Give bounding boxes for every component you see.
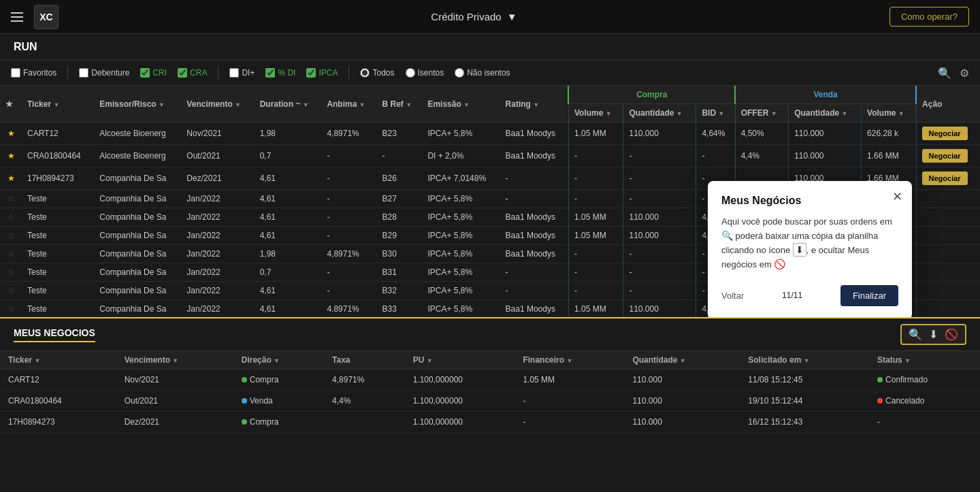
popup-back-button[interactable]: Voltar — [721, 291, 744, 301]
bcol-direcao[interactable]: Direção ▼ — [233, 351, 324, 370]
bcol-status[interactable]: Status ▼ — [869, 351, 980, 370]
volume-venda-cell: 626.28 k — [862, 122, 917, 145]
bstatus-cell: Cancelado — [869, 391, 980, 412]
cri-checkbox[interactable] — [140, 68, 150, 78]
star-cell[interactable]: ★ — [0, 122, 22, 145]
negociar-button[interactable]: Negociar — [922, 127, 968, 140]
star-cell[interactable]: ☆ — [0, 227, 22, 245]
emissao-cell: IPCA+ 5,8% — [422, 263, 500, 282]
bref-cell: B26 — [376, 167, 422, 190]
bcol-ticker[interactable]: Ticker ▼ — [0, 351, 116, 370]
star-cell[interactable]: ★ — [0, 145, 22, 167]
quant-compra-cell: 110.000 — [623, 122, 696, 145]
bquantidade-cell: 110.000 — [624, 391, 740, 412]
favoritos-checkbox[interactable] — [11, 68, 20, 78]
bsolicitado-cell: 11/08 15:12:45 — [740, 370, 869, 391]
negociar-button[interactable]: Negociar — [922, 149, 968, 163]
bottom-download-icon[interactable]: ⬇ — [929, 328, 938, 341]
isentos-radio[interactable] — [406, 68, 415, 78]
bcol-quantidade[interactable]: Quantidade ▼ — [624, 351, 740, 370]
di-checkbox[interactable] — [229, 68, 239, 78]
ipca-checkbox[interactable] — [306, 68, 316, 78]
rating-cell: Baa1 Moodys — [500, 245, 569, 263]
bcol-vencimento[interactable]: Vencimento ▼ — [116, 351, 233, 370]
filter-isentos[interactable]: Isentos — [406, 68, 444, 78]
bcol-solicitado[interactable]: Solicitado em ▼ — [740, 351, 869, 370]
filter-nao-isentos[interactable]: Não isentos — [455, 68, 510, 78]
bref-cell: B31 — [376, 263, 422, 282]
popup-finalizar-button[interactable]: Finalizar — [840, 285, 898, 306]
offer-cell: 4,4% — [735, 145, 788, 167]
col-ticker[interactable]: Ticker ▼ — [22, 86, 94, 122]
duration-cell: 0,7 — [255, 145, 322, 167]
cra-checkbox[interactable] — [178, 68, 187, 78]
col-star[interactable]: ★ — [0, 86, 22, 122]
debenture-checkbox[interactable] — [79, 68, 88, 78]
filter-favoritos[interactable]: Favoritos — [11, 68, 56, 78]
bid-cell: - — [696, 145, 735, 167]
bref-cell: - — [376, 145, 422, 167]
settings-icon[interactable]: ⚙ — [960, 67, 969, 80]
star-cell[interactable]: ☆ — [0, 208, 22, 227]
bcol-financeiro[interactable]: Financeiro ▼ — [514, 351, 624, 370]
emissor-cell: Companhia De Sa — [94, 282, 181, 300]
col-emissor[interactable]: Emissor/Risco ▼ — [94, 86, 181, 122]
col-volume-compra[interactable]: Volume ▼ — [568, 104, 623, 122]
col-duration[interactable]: Duration ~ ▼ — [255, 86, 322, 122]
col-bid[interactable]: BID ▼ — [696, 104, 735, 122]
col-offer[interactable]: OFFER ▼ — [735, 104, 788, 122]
emissao-cell: IPCA+ 5,8% — [422, 282, 500, 300]
dropdown-arrow-icon[interactable]: ▼ — [507, 11, 517, 22]
bottom-hide-icon[interactable]: 🚫 — [945, 328, 958, 341]
filter-divider-3 — [348, 66, 349, 80]
bcol-pu[interactable]: PU ▼ — [405, 351, 515, 370]
star-cell[interactable]: ☆ — [0, 245, 22, 263]
bottom-search-icon[interactable]: 🔍 — [909, 328, 922, 341]
star-cell[interactable]: ☆ — [0, 282, 22, 300]
filter-di[interactable]: DI+ — [229, 68, 255, 78]
negociar-button[interactable]: Negociar — [922, 171, 968, 185]
col-bref[interactable]: B Ref ▼ — [376, 86, 422, 122]
col-anbima[interactable]: Anbima ▼ — [321, 86, 376, 122]
bticker-cell: 17H0894273 — [0, 412, 116, 433]
duration-cell: 1,98 — [255, 245, 322, 263]
todos-radio[interactable] — [360, 68, 370, 78]
acao-cell — [916, 227, 980, 245]
col-quant-venda[interactable]: Quantidade ▼ — [789, 104, 862, 122]
filter-cri[interactable]: CRI — [140, 68, 167, 78]
logo: XC — [34, 5, 59, 29]
popup-close-button[interactable]: ✕ — [892, 189, 902, 204]
bpu-cell: 1.100,000000 — [405, 391, 515, 412]
col-quant-compra[interactable]: Quantidade ▼ — [623, 104, 696, 122]
bottom-table: Ticker ▼ Vencimento ▼ Direção ▼ Taxa PU … — [0, 351, 980, 433]
quant-compra-cell: 110.000 — [623, 208, 696, 227]
search-icon[interactable]: 🔍 — [938, 67, 951, 80]
vencimento-cell: Jan/2022 — [181, 227, 254, 245]
star-cell[interactable]: ☆ — [0, 300, 22, 318]
filter-ipca[interactable]: IPCA — [306, 68, 338, 78]
naoisentos-radio[interactable] — [455, 68, 464, 78]
col-rating[interactable]: Rating ▼ — [500, 86, 569, 122]
hamburger-menu[interactable] — [11, 12, 23, 22]
acao-cell: Negociar — [916, 145, 980, 167]
col-emissao[interactable]: Emissão ▼ — [422, 86, 500, 122]
como-operar-button[interactable]: Como operar? — [889, 7, 969, 27]
star-cell[interactable]: ☆ — [0, 263, 22, 282]
star-cell[interactable]: ☆ — [0, 190, 22, 208]
quant-compra-cell: 110.000 — [623, 300, 696, 318]
anbima-cell: - — [321, 167, 376, 190]
quant-compra-cell: 110.000 — [623, 227, 696, 245]
col-volume-venda[interactable]: Volume ▼ — [862, 104, 917, 122]
filter-todos[interactable]: Todos — [360, 68, 394, 78]
filter-cra[interactable]: CRA — [178, 68, 207, 78]
popup-footer: Voltar 11/11 Finalizar — [721, 285, 898, 306]
bcol-taxa[interactable]: Taxa — [324, 351, 405, 370]
emissao-cell: DI + 2,0% — [422, 145, 500, 167]
emissao-cell: IPCA+ 5,8% — [422, 208, 500, 227]
star-cell[interactable]: ★ — [0, 167, 22, 190]
col-vencimento[interactable]: Vencimento ▼ — [181, 86, 254, 122]
percentdi-checkbox[interactable] — [265, 68, 275, 78]
filter-percent-di[interactable]: % DI — [265, 68, 295, 78]
anbima-cell: - — [321, 190, 376, 208]
filter-debenture[interactable]: Debenture — [79, 68, 129, 78]
